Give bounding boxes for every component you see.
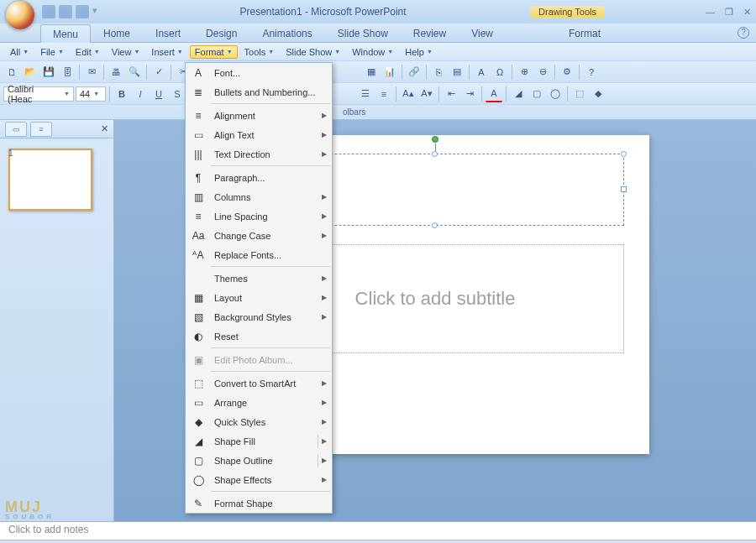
zoom-out-icon[interactable]: ⊖ bbox=[534, 64, 551, 81]
outdent-icon[interactable]: ⇤ bbox=[443, 86, 459, 102]
save-icon[interactable]: 💾 bbox=[40, 64, 57, 81]
office-button[interactable] bbox=[5, 0, 35, 30]
menu-item-columns[interactable]: ▥Columns▶ bbox=[186, 187, 332, 206]
preview-icon[interactable]: 🔍 bbox=[126, 64, 143, 81]
email-icon[interactable]: ✉ bbox=[83, 64, 100, 81]
ribbon-tab-menu[interactable]: Menu bbox=[40, 24, 91, 43]
resize-handle[interactable] bbox=[621, 186, 627, 192]
menu-label: Shape Fill bbox=[214, 436, 322, 446]
numbering-icon[interactable]: ≡ bbox=[375, 86, 392, 102]
redo-icon[interactable] bbox=[76, 5, 89, 18]
font-size-combo[interactable]: 44▼ bbox=[76, 86, 106, 102]
menu-item-paragraph[interactable]: ¶Paragraph... bbox=[186, 168, 332, 187]
ribbon-tab-animations[interactable]: Animations bbox=[249, 23, 324, 42]
underline-button[interactable]: U bbox=[150, 86, 167, 102]
undo-icon[interactable] bbox=[59, 5, 72, 18]
menu-all[interactable]: All▼ bbox=[5, 45, 34, 59]
menu-icon bbox=[189, 271, 207, 286]
status-bar: Slide 1 of 1 "Office Theme" English (U.S… bbox=[0, 540, 756, 543]
spell-icon[interactable]: ✓ bbox=[150, 64, 167, 81]
print-icon[interactable]: 🖶 bbox=[108, 64, 124, 81]
shapeeffects-icon[interactable]: ◯ bbox=[547, 86, 564, 102]
outline-tab[interactable]: ≡ bbox=[30, 122, 52, 137]
ribbon-tab-review[interactable]: Review bbox=[401, 23, 459, 42]
menu-item-alignment[interactable]: ≡Alignment▶ bbox=[186, 106, 332, 125]
menu-item-font[interactable]: AFont... bbox=[186, 63, 332, 82]
rotate-handle[interactable] bbox=[432, 136, 438, 143]
bold-button[interactable]: B bbox=[113, 86, 130, 102]
menu-item-shape-effects[interactable]: ◯Shape Effects▶ bbox=[186, 470, 332, 489]
menu-tools[interactable]: Tools▼ bbox=[239, 45, 280, 59]
hyperlink-icon[interactable]: 🔗 bbox=[406, 64, 423, 81]
symbol-icon[interactable]: Ω bbox=[491, 64, 508, 81]
ribbon-tab-insert[interactable]: Insert bbox=[143, 23, 193, 42]
menu-item-quick-styles[interactable]: ◆Quick Styles▶ bbox=[186, 412, 332, 431]
menu-item-text-direction[interactable]: |||Text Direction▶ bbox=[186, 144, 332, 164]
menu-insert[interactable]: Insert▼ bbox=[146, 45, 187, 59]
menu-item-themes[interactable]: Themes▶ bbox=[186, 269, 332, 288]
fontcolor-icon[interactable]: A bbox=[486, 86, 502, 102]
menu-item-change-case[interactable]: AaChange Case▶ bbox=[186, 226, 332, 245]
text-icon[interactable]: A bbox=[473, 64, 490, 81]
restore-button[interactable]: ❐ bbox=[725, 7, 733, 18]
bullets-icon[interactable]: ☰ bbox=[357, 86, 374, 102]
qat-customize-icon[interactable]: ▾ bbox=[92, 5, 99, 18]
close-button[interactable]: ✕ bbox=[743, 7, 751, 18]
collapse-toolbars-link[interactable]: olbars bbox=[343, 107, 365, 117]
quickstyles-icon[interactable]: ◆ bbox=[590, 86, 606, 102]
menu-item-shape-fill[interactable]: ◢Shape Fill▶ bbox=[186, 431, 332, 451]
menu-item-arrange[interactable]: ▭Arrange▶ bbox=[186, 393, 332, 412]
menu-item-reset[interactable]: ◐Reset bbox=[186, 326, 332, 346]
indent-icon[interactable]: ⇥ bbox=[461, 86, 478, 102]
help-icon[interactable]: ? bbox=[583, 64, 600, 81]
resize-handle[interactable] bbox=[621, 151, 627, 157]
italic-button[interactable]: I bbox=[132, 86, 149, 102]
menu-item-bullets-and-numbering[interactable]: ≣Bullets and Numbering... bbox=[186, 82, 332, 102]
zoom-in-icon[interactable]: ⊕ bbox=[516, 64, 533, 81]
menu-edit[interactable]: Edit▼ bbox=[71, 45, 105, 59]
new-icon[interactable]: 🗋 bbox=[3, 64, 20, 81]
menu-window[interactable]: Window▼ bbox=[347, 45, 398, 59]
resize-handle[interactable] bbox=[432, 222, 438, 228]
menu-format[interactable]: Format▼ bbox=[190, 45, 238, 59]
shapefill-icon[interactable]: ◢ bbox=[510, 86, 527, 102]
resize-handle[interactable] bbox=[432, 151, 438, 157]
ribbon-tab-view[interactable]: View bbox=[459, 23, 506, 42]
slides-tab[interactable]: ▭ bbox=[5, 122, 27, 137]
menu-item-replace-fonts[interactable]: ᴬAReplace Fonts... bbox=[186, 245, 332, 264]
menu-view[interactable]: View▼ bbox=[107, 45, 145, 59]
notes-pane[interactable]: Click to add notes bbox=[0, 521, 756, 540]
decfont-icon[interactable]: A▾ bbox=[418, 86, 435, 102]
action-icon[interactable]: ⎘ bbox=[430, 64, 447, 81]
header-icon[interactable]: ▤ bbox=[449, 64, 465, 81]
slide-thumbnail[interactable]: 1 bbox=[8, 149, 105, 211]
menu-item-shape-outline[interactable]: ▢Shape Outline▶ bbox=[186, 451, 332, 470]
menu-item-layout[interactable]: ▦Layout▶ bbox=[186, 288, 332, 307]
menu-item-convert-to-smartart[interactable]: ⬚Convert to SmartArt▶ bbox=[186, 373, 332, 393]
arrange-icon[interactable]: ⬚ bbox=[571, 86, 588, 102]
ribbon-tab-design[interactable]: Design bbox=[193, 23, 249, 42]
shadow-button[interactable]: S bbox=[169, 86, 186, 102]
close-panel-icon[interactable]: ✕ bbox=[101, 123, 108, 134]
saveas-icon[interactable]: 🗄 bbox=[59, 64, 76, 81]
ribbon-tab-home[interactable]: Home bbox=[91, 23, 143, 42]
menu-help[interactable]: Help▼ bbox=[400, 45, 438, 59]
shapeoutline-icon[interactable]: ▢ bbox=[528, 86, 545, 102]
menu-item-align-text[interactable]: ▭Align Text▶ bbox=[186, 125, 332, 144]
minimize-button[interactable]: — bbox=[706, 7, 715, 18]
menu-item-background-styles[interactable]: ▧Background Styles▶ bbox=[186, 307, 332, 326]
table-icon[interactable]: ▦ bbox=[363, 64, 380, 81]
font-name-combo[interactable]: Calibri (Heac▼ bbox=[3, 86, 74, 102]
save-icon[interactable] bbox=[42, 5, 55, 18]
menu-item-format-shape[interactable]: ✎Format Shape bbox=[186, 493, 332, 513]
options-icon[interactable]: ⚙ bbox=[559, 64, 575, 81]
incfont-icon[interactable]: A▴ bbox=[400, 86, 417, 102]
open-icon[interactable]: 📂 bbox=[22, 64, 39, 81]
chart-icon[interactable]: 📊 bbox=[381, 64, 398, 81]
help-icon[interactable]: ? bbox=[738, 27, 749, 39]
menu-file[interactable]: File▼ bbox=[35, 45, 69, 59]
ribbon-tab-format[interactable]: Format bbox=[556, 23, 613, 42]
menu-item-line-spacing[interactable]: ≡Line Spacing▶ bbox=[186, 206, 332, 226]
menu-slideshow[interactable]: Slide Show▼ bbox=[281, 45, 345, 59]
ribbon-tab-slideshow[interactable]: Slide Show bbox=[325, 23, 401, 42]
